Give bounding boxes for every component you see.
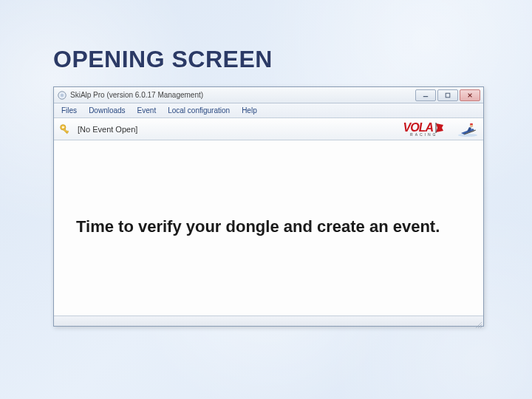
svg-marker-10 bbox=[436, 123, 443, 132]
window-buttons bbox=[414, 89, 480, 101]
close-button[interactable] bbox=[460, 89, 480, 101]
maximize-button[interactable] bbox=[437, 89, 458, 101]
menu-bar: Files Downloads Event Local configuratio… bbox=[54, 103, 483, 118]
menu-downloads[interactable]: Downloads bbox=[83, 105, 131, 116]
menu-help[interactable]: Help bbox=[236, 105, 263, 116]
skier-icon bbox=[457, 121, 479, 137]
svg-line-19 bbox=[480, 327, 482, 328]
menu-event[interactable]: Event bbox=[132, 105, 163, 116]
svg-point-7 bbox=[62, 126, 64, 129]
page-heading: OPENING SCREEN bbox=[53, 46, 273, 73]
instruction-text: Time to verify your dongle and create an… bbox=[76, 216, 461, 237]
toolbar: [No Event Open] VOLA RACING bbox=[54, 118, 483, 140]
vola-logo: VOLA RACING bbox=[403, 122, 445, 137]
flag-icon bbox=[434, 123, 445, 133]
menu-local-configuration[interactable]: Local configuration bbox=[162, 105, 236, 116]
content-area: Time to verify your dongle and create an… bbox=[54, 140, 483, 316]
app-window: SkiAlp Pro (version 6.0.17 Management) F… bbox=[53, 86, 484, 327]
svg-point-1 bbox=[61, 93, 64, 96]
resize-grip-icon[interactable] bbox=[474, 318, 482, 325]
app-icon bbox=[57, 90, 67, 100]
svg-point-12 bbox=[458, 134, 477, 137]
title-bar: SkiAlp Pro (version 6.0.17 Management) bbox=[54, 87, 483, 103]
logo-sub-text: RACING bbox=[410, 133, 437, 137]
menu-files[interactable]: Files bbox=[55, 105, 83, 116]
key-icon[interactable] bbox=[58, 123, 72, 136]
status-bar bbox=[54, 316, 483, 326]
svg-rect-3 bbox=[446, 93, 450, 98]
svg-rect-14 bbox=[470, 123, 473, 125]
event-status-label: [No Event Open] bbox=[78, 125, 137, 134]
minimize-button[interactable] bbox=[415, 89, 436, 101]
window-title: SkiAlp Pro (version 6.0.17 Management) bbox=[70, 91, 203, 99]
